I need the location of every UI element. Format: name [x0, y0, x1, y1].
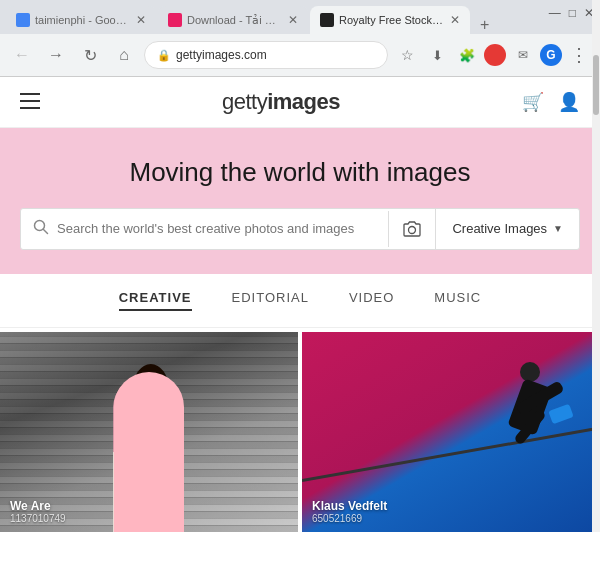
- caption-left: We Are 1137010749: [10, 499, 66, 524]
- figure-head: [137, 382, 167, 412]
- tab-close-download[interactable]: ✕: [288, 13, 298, 27]
- tab-favicon-download: [168, 13, 182, 27]
- search-input-wrapper: [21, 219, 388, 239]
- tab-download[interactable]: Download - Tải Miễn Phí VN - P... ✕: [158, 6, 308, 34]
- download-icon[interactable]: ⬇: [424, 42, 450, 68]
- tab-close-google[interactable]: ✕: [136, 13, 146, 27]
- home-button[interactable]: ⌂: [110, 41, 138, 69]
- forward-button[interactable]: →: [42, 41, 70, 69]
- caption-id-left: 1137010749: [10, 513, 66, 524]
- new-tab-button[interactable]: +: [474, 16, 495, 34]
- bookmark-icon[interactable]: ☆: [394, 42, 420, 68]
- tab-label-download: Download - Tải Miễn Phí VN - P...: [187, 14, 283, 27]
- caption-id-right: 650521669: [312, 513, 387, 524]
- url-text: gettyimages.com: [176, 48, 267, 62]
- svg-rect-0: [20, 93, 40, 95]
- tab-favicon-getty: [320, 13, 334, 27]
- svg-line-4: [44, 229, 48, 233]
- browser-toolbar: ← → ↻ ⌂ 🔒 gettyimages.com ☆ ⬇ 🧩 ✉ G ⋮: [0, 34, 600, 76]
- getty-nav: CREATIVE EDITORIAL VIDEO MUSIC: [0, 274, 600, 328]
- category-dropdown[interactable]: Creative Images ▼: [436, 209, 579, 249]
- getty-logo: gettyimages: [222, 89, 340, 115]
- tab-music[interactable]: MUSIC: [434, 290, 481, 311]
- tab-favicon-google: [16, 13, 30, 27]
- hero-title: Moving the world with images: [20, 156, 580, 190]
- image-cell-right[interactable]: Klaus Vedfelt 650521669: [302, 332, 600, 532]
- menu-icon[interactable]: ⋮: [566, 42, 592, 68]
- tab-label-google: taimienphi - Google Search: [35, 14, 131, 26]
- caption-right: Klaus Vedfelt 650521669: [312, 499, 387, 524]
- browser-chrome: taimienphi - Google Search ✕ Download - …: [0, 0, 600, 77]
- address-bar[interactable]: 🔒 gettyimages.com: [144, 41, 388, 69]
- dropdown-arrow-icon: ▼: [553, 223, 563, 234]
- cart-icon[interactable]: 🛒: [522, 91, 544, 113]
- tab-google[interactable]: taimienphi - Google Search ✕: [6, 6, 156, 34]
- figure-bag: [147, 424, 169, 442]
- svg-point-5: [409, 226, 416, 233]
- profile-icon[interactable]: G: [540, 44, 562, 66]
- search-bar: Creative Images ▼: [20, 208, 580, 250]
- camera-search-button[interactable]: [389, 209, 435, 249]
- scrollbar[interactable]: [592, 0, 600, 532]
- toolbar-actions: ☆ ⬇ 🧩 ✉ G ⋮: [394, 42, 592, 68]
- category-label: Creative Images: [452, 221, 547, 236]
- figure-pants: [113, 452, 178, 532]
- getty-header: gettyimages 🛒 👤: [0, 77, 600, 128]
- hero-section: Moving the world with images: [0, 128, 600, 274]
- image-grid: We Are 1137010749: [0, 328, 600, 532]
- window-maximize[interactable]: □: [569, 6, 576, 20]
- tab-getty[interactable]: Royalty Free Stock Photos, Illustr... ✕: [310, 6, 470, 34]
- search-input[interactable]: [57, 221, 376, 236]
- page-wrapper: taimienphi - Google Search ✕ Download - …: [0, 0, 600, 532]
- tab-video[interactable]: VIDEO: [349, 290, 394, 311]
- profile-letter: G: [546, 48, 555, 62]
- back-button[interactable]: ←: [8, 41, 36, 69]
- image-cell-left[interactable]: We Are 1137010749: [0, 332, 298, 532]
- user-icon[interactable]: 👤: [558, 91, 580, 113]
- getty-page: gettyimages 🛒 👤 Moving the world with im…: [0, 77, 600, 532]
- figure-body: [113, 377, 178, 532]
- svg-rect-1: [20, 100, 40, 102]
- profile-badge[interactable]: [484, 44, 506, 66]
- scrollbar-thumb[interactable]: [593, 55, 599, 115]
- tab-editorial[interactable]: EDITORIAL: [232, 290, 309, 311]
- search-icon: [33, 219, 49, 239]
- refresh-button[interactable]: ↻: [76, 41, 104, 69]
- header-icons: 🛒 👤: [522, 91, 580, 113]
- window-minimize[interactable]: —: [549, 6, 561, 20]
- extension-icon[interactable]: 🧩: [454, 42, 480, 68]
- tab-close-getty[interactable]: ✕: [450, 13, 460, 27]
- caption-name-right: Klaus Vedfelt: [312, 499, 387, 513]
- caption-name-left: We Are: [10, 499, 66, 513]
- tab-creative[interactable]: CREATIVE: [119, 290, 192, 311]
- email-icon[interactable]: ✉: [510, 42, 536, 68]
- svg-rect-2: [20, 107, 40, 109]
- lock-icon: 🔒: [157, 49, 171, 62]
- tab-label-getty: Royalty Free Stock Photos, Illustr...: [339, 14, 445, 26]
- athlete-head: [520, 362, 540, 382]
- figure-hair: [133, 364, 169, 414]
- hamburger-menu[interactable]: [20, 91, 40, 114]
